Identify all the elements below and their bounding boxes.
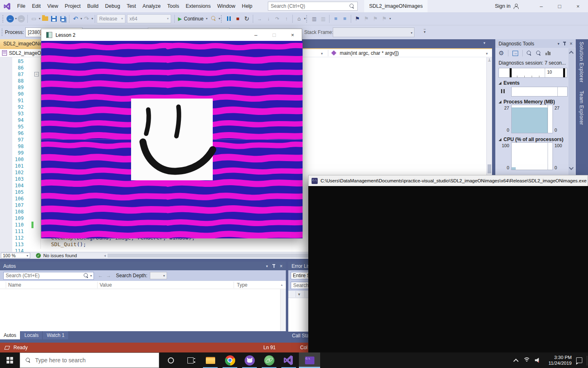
- search-depth-combo[interactable]: ▾: [150, 272, 167, 279]
- menu-item[interactable]: View: [44, 0, 62, 12]
- bookmark-icon[interactable]: ⚑: [353, 14, 362, 24]
- minimize-button[interactable]: –: [532, 0, 550, 12]
- menu-item[interactable]: File: [14, 0, 29, 12]
- panel-options-dropdown[interactable]: ▾: [266, 264, 268, 268]
- toolbar-grip-2[interactable]: [306, 15, 307, 22]
- lesson2-maximize-button[interactable]: □: [265, 29, 283, 41]
- quick-search-input[interactable]: [268, 3, 350, 9]
- search-forward-icon[interactable]: →: [106, 273, 111, 278]
- process-bar-grip[interactable]: [2, 29, 3, 36]
- menu-item[interactable]: Extensions: [183, 0, 214, 12]
- lesson2-titlebar[interactable]: Lesson 2 – □ ×: [41, 29, 302, 41]
- restart-icon[interactable]: ↻: [242, 14, 251, 24]
- search-back-icon[interactable]: ←: [98, 273, 103, 278]
- menu-item[interactable]: Tools: [164, 0, 183, 12]
- column-name[interactable]: Name: [8, 282, 21, 288]
- maximize-button[interactable]: □: [550, 0, 569, 12]
- indent-icon[interactable]: ≡: [331, 14, 340, 24]
- menu-item[interactable]: Debug: [102, 0, 123, 12]
- breadcrumb-symbol-dropdown[interactable]: ▾: [486, 52, 488, 56]
- action-center-button[interactable]: [572, 352, 586, 368]
- show-next-statement-icon[interactable]: →: [255, 14, 264, 24]
- open-file-icon[interactable]: [42, 16, 48, 21]
- code-fold-toggle[interactable]: −: [34, 72, 39, 76]
- taskbar-file-explorer[interactable]: [201, 352, 220, 368]
- events-section-header[interactable]: Events: [499, 80, 519, 86]
- menu-item[interactable]: Project: [62, 0, 84, 12]
- menu-item[interactable]: Window: [214, 0, 238, 12]
- zoom-out-icon[interactable]: [536, 51, 541, 56]
- break-all-icon[interactable]: [227, 16, 231, 21]
- close-panel-icon[interactable]: ×: [570, 41, 572, 47]
- pin-icon[interactable]: [563, 41, 566, 46]
- taskbar-search-input[interactable]: [35, 357, 159, 364]
- taskbar-github-desktop[interactable]: [240, 352, 259, 368]
- tab-list-dropdown[interactable]: ▾: [483, 41, 486, 45]
- start-button[interactable]: [0, 352, 20, 368]
- step-out-icon[interactable]: ↑: [282, 14, 291, 24]
- taskbar-chrome[interactable]: [220, 352, 239, 368]
- save-all-icon[interactable]: [60, 16, 66, 21]
- solution-platform-combo[interactable]: x64▾: [127, 14, 171, 23]
- debug-toolbar-grip[interactable]: [221, 15, 222, 22]
- tray-clock[interactable]: 3:30 PM 11/24/2019: [540, 352, 572, 368]
- autos-body[interactable]: [0, 289, 286, 331]
- close-button[interactable]: ×: [569, 0, 587, 12]
- taskbar-search-box[interactable]: [20, 352, 159, 368]
- next-bookmark-icon[interactable]: ⚑: [371, 14, 380, 24]
- redo-dropdown[interactable]: ▾: [91, 17, 93, 20]
- export-icon[interactable]: →: [512, 51, 518, 56]
- toolbar-overflow-button[interactable]: –▾: [422, 28, 427, 34]
- toolbar-grip[interactable]: [2, 15, 4, 22]
- lesson2-close-button[interactable]: ×: [283, 29, 302, 41]
- sidebar-tab-solution-explorer[interactable]: Solution Explorer: [579, 42, 584, 83]
- watch-window-icon[interactable]: ▥: [310, 14, 318, 24]
- menu-item[interactable]: Help: [238, 0, 256, 12]
- split-editor-handle[interactable]: ⊥: [488, 58, 491, 62]
- editor-zoom-combo[interactable]: 100 %▾: [1, 253, 30, 258]
- breadcrumb-project-dropdown[interactable]: ▾: [321, 52, 323, 56]
- column-value[interactable]: Value: [100, 282, 112, 288]
- autos-search-input[interactable]: [4, 273, 84, 278]
- settings-gear-icon[interactable]: ⚙: [499, 49, 504, 57]
- lesson2-window[interactable]: Lesson 2 – □ ×: [41, 29, 302, 238]
- undo-icon[interactable]: ↶: [71, 14, 80, 24]
- taskbar-visual-studio[interactable]: [279, 352, 298, 368]
- navigate-back-icon[interactable]: ←: [7, 15, 14, 22]
- step-into-icon[interactable]: ↓: [264, 14, 273, 24]
- menu-item[interactable]: Analyze: [139, 0, 164, 12]
- search-options-dropdown[interactable]: ▾: [90, 274, 92, 278]
- autos-header[interactable]: Autos ▾ ×: [0, 262, 286, 270]
- redo-icon[interactable]: ↷: [82, 14, 91, 24]
- panel-options-dropdown[interactable]: ▾: [557, 42, 559, 46]
- taskbar-console-app-active[interactable]: [299, 352, 320, 368]
- task-view-button[interactable]: [181, 352, 199, 368]
- autos-search-box[interactable]: ▾: [3, 272, 94, 280]
- cpu-section-header[interactable]: CPU (% of all processors): [499, 137, 564, 142]
- clear-bookmarks-icon[interactable]: ⚑: [380, 14, 389, 24]
- lesson2-minimize-button[interactable]: –: [247, 29, 265, 41]
- stop-debugging-icon[interactable]: ■: [233, 14, 242, 24]
- tray-expand-button[interactable]: [510, 352, 522, 368]
- scroll-down-icon[interactable]: [569, 165, 573, 170]
- navigate-forward-icon[interactable]: →: [18, 15, 25, 22]
- sign-in-button[interactable]: Sign in: [495, 0, 519, 12]
- autos-scrollbar[interactable]: [280, 289, 286, 331]
- stack-frame-combo[interactable]: ▾: [333, 27, 414, 37]
- scroll-up-icon[interactable]: ▴: [281, 283, 283, 287]
- memory-window-icon[interactable]: ▥: [318, 14, 327, 24]
- cortana-button[interactable]: [162, 352, 180, 368]
- breakpoints-window-icon[interactable]: ⌂: [294, 14, 303, 24]
- background-tasks-icon[interactable]: [4, 346, 10, 350]
- tab-autos[interactable]: Autos: [0, 331, 20, 339]
- timeline-ruler[interactable]: 10: [499, 68, 567, 78]
- console-output[interactable]: [308, 186, 588, 352]
- menu-item[interactable]: Edit: [29, 0, 44, 12]
- save-icon[interactable]: [51, 16, 57, 22]
- tab-locals[interactable]: Locals: [21, 331, 42, 339]
- breakpoint-margin[interactable]: [0, 57, 12, 252]
- sidebar-tab-team-explorer[interactable]: Team Explorer: [579, 91, 584, 125]
- pin-icon[interactable]: [272, 264, 276, 268]
- memory-section-header[interactable]: Process Memory (MB): [499, 99, 555, 105]
- solution-configuration-combo[interactable]: Release▾: [97, 14, 125, 23]
